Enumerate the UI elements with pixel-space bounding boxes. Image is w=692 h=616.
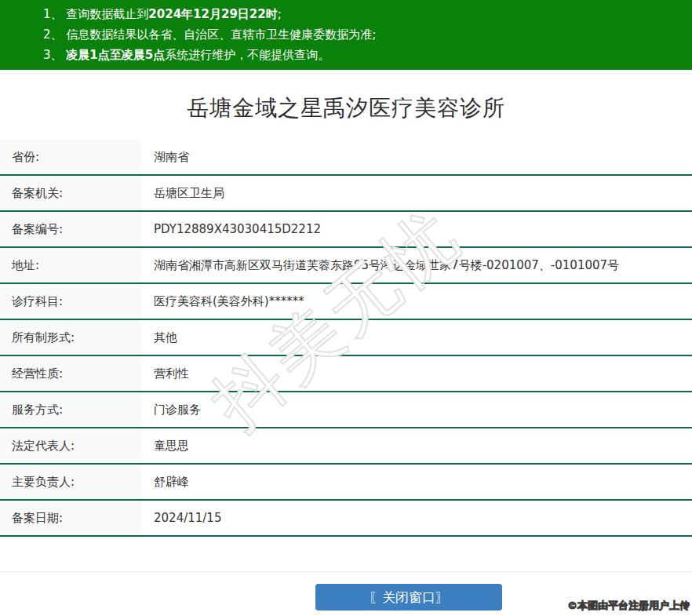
notice-bar: 1、 查询数据截止到2024年12月29日22时; 2、 信息数据结果以各省、自… bbox=[0, 0, 692, 70]
row-label: 备案编号: bbox=[0, 212, 141, 246]
notice-1-number: 1、 bbox=[43, 7, 63, 21]
notice-line-1: 1、 查询数据截止到2024年12月29日22时; bbox=[43, 4, 684, 24]
footer-divider bbox=[0, 571, 692, 572]
notice-1-bold: 2024年12月29日22时 bbox=[148, 7, 277, 21]
row-value: 营利性 bbox=[141, 356, 692, 391]
notice-2-text: 信息数据结果以各省、自治区、直辖市卫生健康委数据为准; bbox=[66, 27, 376, 42]
page-title: 岳塘金域之星禹汐医疗美容诊所 bbox=[0, 93, 692, 123]
row-value: 门诊服务 bbox=[141, 392, 692, 427]
notice-3-bold: 凌晨1点至凌晨5点 bbox=[66, 48, 165, 62]
notice-line-3: 3、 凌晨1点至凌晨5点系统进行维护，不能提供查询。 bbox=[43, 45, 684, 65]
table-row: 省份: 湖南省 bbox=[0, 140, 692, 176]
row-label: 经营性质: bbox=[0, 356, 141, 391]
row-value: 岳塘区卫生局 bbox=[141, 176, 692, 210]
row-value: 湖南省湘潭市高新区双马街道芙蓉东路95号鸿达金域世家7号楼-0201007、-0… bbox=[141, 248, 692, 282]
row-label: 诊疗科目: bbox=[0, 284, 141, 319]
table-row: 法定代表人: 童思思 bbox=[0, 428, 692, 465]
row-label: 省份: bbox=[0, 140, 141, 174]
upload-attribution: ©本图由平台注册用户上传 bbox=[567, 599, 690, 613]
table-row: 主要负责人: 舒辟峰 bbox=[0, 465, 692, 501]
notice-3-tail: 系统进行维护，不能提供查询。 bbox=[165, 48, 330, 62]
row-label: 主要负责人: bbox=[0, 465, 141, 499]
table-row: 备案日期: 2024/11/15 bbox=[0, 501, 692, 537]
row-value: 2024/11/15 bbox=[141, 501, 692, 535]
table-row: 所有制形式: 其他 bbox=[0, 320, 692, 356]
notice-2-number: 2、 bbox=[43, 27, 63, 42]
row-label: 备案日期: bbox=[0, 501, 141, 535]
close-window-button[interactable]: 〖关闭窗口〗 bbox=[315, 584, 502, 611]
table-row: 经营性质: 营利性 bbox=[0, 356, 692, 392]
table-row: 备案机关: 岳塘区卫生局 bbox=[0, 176, 692, 212]
row-label: 法定代表人: bbox=[0, 428, 141, 463]
row-value: 舒辟峰 bbox=[141, 465, 692, 499]
notice-1-tail: ; bbox=[278, 7, 282, 21]
row-value: PDY12889X43030415D2212 bbox=[141, 212, 692, 246]
row-label: 所有制形式: bbox=[0, 320, 141, 355]
notice-line-2: 2、 信息数据结果以各省、自治区、直辖市卫生健康委数据为准; bbox=[43, 24, 684, 45]
row-value: 其他 bbox=[141, 320, 692, 355]
table-row: 服务方式: 门诊服务 bbox=[0, 392, 692, 428]
notice-1-text: 查询数据截止到 bbox=[66, 7, 148, 21]
notice-3-number: 3、 bbox=[43, 48, 63, 62]
table-row: 地址: 湖南省湘潭市高新区双马街道芙蓉东路95号鸿达金域世家7号楼-020100… bbox=[0, 248, 692, 284]
row-label: 地址: bbox=[0, 248, 141, 282]
row-label: 服务方式: bbox=[0, 392, 141, 427]
row-value: 湖南省 bbox=[141, 140, 692, 174]
clinic-info-table: 省份: 湖南省 备案机关: 岳塘区卫生局 备案编号: PDY12889X4303… bbox=[0, 140, 692, 537]
table-row: 备案编号: PDY12889X43030415D2212 bbox=[0, 212, 692, 248]
row-label: 备案机关: bbox=[0, 176, 141, 210]
table-row: 诊疗科目: 医疗美容科(美容外科)****** bbox=[0, 284, 692, 320]
row-value: 童思思 bbox=[141, 428, 692, 463]
row-value: 医疗美容科(美容外科)****** bbox=[141, 284, 692, 319]
